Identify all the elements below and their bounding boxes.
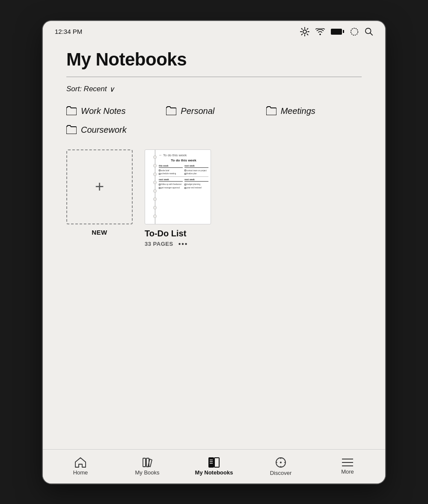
battery-icon (331, 29, 344, 35)
spiral-dots (153, 150, 157, 224)
svg-line-11 (370, 33, 372, 35)
notebook-pages: 33 PAGES (145, 241, 173, 247)
svg-point-20 (280, 462, 282, 463)
notebook-card-todo-list[interactable]: ← To do this week To do this week this w… (145, 149, 211, 248)
nb-col-header: this week (159, 164, 183, 168)
nb-item: write brief (159, 170, 183, 172)
folders-grid: Work Notes Personal Meetings (66, 106, 362, 136)
plus-icon: + (95, 179, 104, 194)
folder-item-personal[interactable]: Personal (166, 106, 262, 117)
nb-col-right: next week contact team on project finali… (184, 164, 208, 176)
svg-line-8 (302, 34, 303, 35)
spiral-dot (153, 164, 157, 167)
notebook-info: To-Do List 33 PAGES ••• (145, 229, 211, 248)
nav-books-label: My Books (135, 469, 159, 476)
more-icon (342, 458, 353, 467)
nb-item: finalize plan (184, 173, 208, 175)
nav-notebooks-label: My Notebooks (195, 469, 233, 476)
nb-columns: this week write brief schedule meeting n… (159, 164, 208, 176)
nav-home-label: Home (73, 469, 88, 476)
sort-label[interactable]: Sort: Recent ∨ (66, 85, 114, 94)
notebook-more-button[interactable]: ••• (178, 240, 188, 248)
nb-content-title: To do this week (159, 158, 208, 162)
sort-chevron-icon: ∨ (109, 85, 114, 94)
notebook-thumbnail: ← To do this week To do this week this w… (145, 149, 211, 224)
nb-item: schedule meeting (159, 173, 183, 175)
spiral-dot (153, 197, 157, 201)
new-notebook-card[interactable]: + NEW (66, 149, 133, 248)
nav-discover-label: Discover (270, 470, 292, 476)
folder-name-meetings: Meetings (281, 106, 315, 116)
folder-name-coursework: Coursework (81, 125, 127, 135)
wifi-icon (315, 28, 325, 35)
spiral-dot (153, 215, 157, 218)
folder-name-personal: Personal (181, 106, 214, 116)
notebook-title: To-Do List (145, 229, 211, 239)
spiral-dot (153, 206, 157, 209)
divider (66, 77, 362, 77)
nb-col-header: next week (184, 164, 208, 168)
new-notebook-label: NEW (92, 229, 107, 236)
svg-line-7 (307, 28, 308, 29)
nav-item-my-notebooks[interactable]: My Notebooks (193, 457, 235, 476)
folder-icon (66, 106, 77, 117)
folder-icon (66, 125, 77, 136)
nav-item-home[interactable]: Home (59, 457, 102, 476)
nb-columns-2: next week follow up with freelancer get … (159, 178, 208, 189)
folder-item-coursework[interactable]: Coursework (66, 125, 162, 136)
nb-col-left-2: next week follow up with freelancer get … (159, 178, 183, 189)
bottom-nav: Home My Books My Notebooks (43, 449, 385, 483)
spiral-dot (153, 173, 157, 176)
svg-rect-12 (143, 458, 146, 467)
search-icon[interactable] (365, 27, 373, 36)
status-icons (300, 27, 373, 36)
sync-icon (350, 27, 359, 36)
home-icon (75, 457, 86, 468)
spiral-dot (153, 181, 157, 184)
nav-item-my-books[interactable]: My Books (126, 457, 169, 476)
status-bar: 12:34 PM (43, 21, 385, 41)
notebook-content-area: ← To do this week To do this week this w… (159, 153, 208, 222)
nb-item: contact team on project (184, 170, 208, 172)
nb-item: get manager approval (159, 187, 183, 189)
svg-rect-14 (209, 458, 214, 467)
nb-item: budget planning (184, 183, 208, 186)
nb-item: year-end reviews! (184, 187, 208, 189)
notebooks-grid: + NEW (66, 149, 362, 248)
folder-item-work-notes[interactable]: Work Notes (66, 106, 162, 117)
svg-line-6 (307, 34, 308, 35)
nb-col-left: this week write brief schedule meeting (159, 164, 183, 176)
nb-section-break (159, 176, 208, 177)
new-card-box[interactable]: + (66, 149, 133, 224)
brightness-icon (300, 27, 309, 36)
books-icon (142, 457, 153, 468)
nb-item: follow up with freelancer (159, 183, 183, 186)
svg-line-5 (302, 28, 303, 29)
status-time: 12:34 PM (55, 28, 82, 35)
svg-rect-15 (214, 458, 219, 467)
page-title: My Notebooks (66, 49, 362, 70)
folder-icon (266, 106, 276, 117)
folder-name-work-notes: Work Notes (81, 106, 125, 116)
device-frame: 12:34 PM (43, 21, 385, 483)
folder-item-meetings[interactable]: Meetings (266, 106, 362, 117)
sort-text: Sort: Recent (66, 85, 107, 93)
spiral-dot (153, 189, 157, 193)
nb-back-arrow: ← To do this week (159, 153, 208, 157)
nb-col-right-2: next week budget planning year-end revie… (184, 178, 208, 189)
nav-item-discover[interactable]: Discover (259, 457, 302, 476)
svg-point-9 (351, 28, 358, 35)
discover-icon (275, 457, 286, 468)
nav-more-label: More (341, 468, 354, 475)
spiral-dot (153, 155, 157, 159)
folder-icon (166, 106, 176, 117)
notebooks-icon (208, 457, 220, 468)
nb-col-header: next week (159, 178, 183, 182)
nb-col-header: next week (184, 178, 208, 182)
sort-bar[interactable]: Sort: Recent ∨ (66, 85, 362, 94)
main-content: My Notebooks Sort: Recent ∨ Work Notes (43, 41, 385, 449)
svg-point-0 (303, 30, 306, 33)
notebook-meta: 33 PAGES ••• (145, 240, 211, 248)
nav-item-more[interactable]: More (326, 458, 369, 475)
